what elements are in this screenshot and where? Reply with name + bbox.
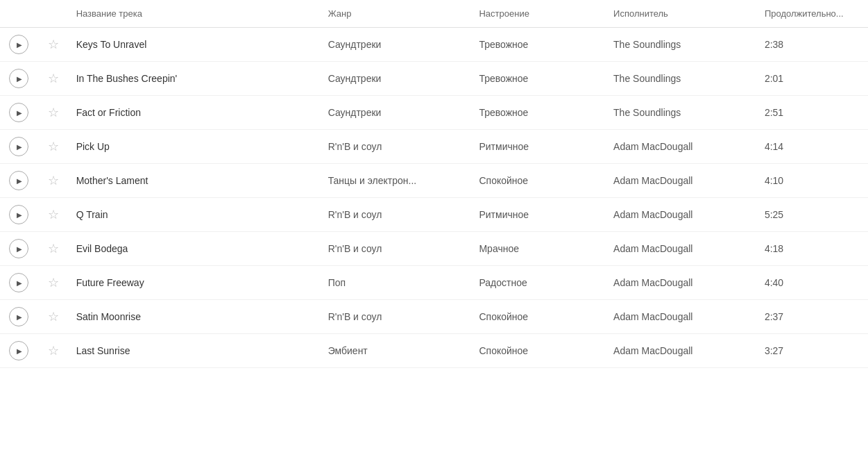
table-row: ▶ ☆ Fact or Friction Саундтреки Тревожно… xyxy=(0,96,868,130)
table-row: ▶ ☆ Last Sunrise Эмбиент Спокойное Adam … xyxy=(0,334,868,368)
play-button[interactable]: ▶ xyxy=(9,341,28,360)
play-button[interactable]: ▶ xyxy=(9,35,28,54)
track-artist-cell: Adam MacDougall xyxy=(608,266,759,300)
table-row: ▶ ☆ Q Train R'n'B и соул Ритмичное Adam … xyxy=(0,198,868,232)
track-artist-cell: Adam MacDougall xyxy=(608,130,759,164)
track-genre-cell: Поп xyxy=(323,266,474,300)
table-row: ▶ ☆ Keys To Unravel Саундтреки Тревожное… xyxy=(0,28,868,62)
star-cell: ☆ xyxy=(37,198,70,232)
track-title: Keys To Unravel xyxy=(76,39,147,50)
star-cell: ☆ xyxy=(37,28,70,62)
favorite-button[interactable]: ☆ xyxy=(45,172,62,189)
track-title-cell: In The Bushes Creepin' xyxy=(71,62,323,96)
track-genre-cell: Саундтреки xyxy=(323,96,474,130)
table-header-row: Название трека Жанр Настроение Исполните… xyxy=(0,0,868,28)
play-button[interactable]: ▶ xyxy=(9,307,28,326)
star-cell: ☆ xyxy=(37,266,70,300)
track-artist-cell: Adam MacDougall xyxy=(608,334,759,368)
star-cell: ☆ xyxy=(37,62,70,96)
star-cell: ☆ xyxy=(37,334,70,368)
track-title-cell: Q Train xyxy=(71,198,323,232)
track-title-cell: Pick Up xyxy=(71,130,323,164)
track-artist: Adam MacDougall xyxy=(613,209,692,220)
header-artist: Исполнитель xyxy=(608,0,759,28)
track-artist: Adam MacDougall xyxy=(613,345,692,356)
track-genre: Танцы и электрон... xyxy=(328,175,417,186)
play-button[interactable]: ▶ xyxy=(9,69,28,88)
track-genre: R'n'B и соул xyxy=(328,141,382,152)
track-artist-cell: Adam MacDougall xyxy=(608,198,759,232)
track-artist: Adam MacDougall xyxy=(613,175,692,186)
track-duration: 4:14 xyxy=(765,141,783,152)
track-duration-cell: 2:37 xyxy=(759,300,868,334)
table-row: ▶ ☆ Mother's Lament Танцы и электрон... … xyxy=(0,164,868,198)
track-mood-cell: Спокойное xyxy=(473,164,608,198)
favorite-button[interactable]: ☆ xyxy=(45,240,62,257)
track-mood: Спокойное xyxy=(479,175,528,186)
track-duration-cell: 4:14 xyxy=(759,130,868,164)
track-title: In The Bushes Creepin' xyxy=(76,73,178,84)
track-title: Mother's Lament xyxy=(76,175,148,186)
track-duration-cell: 4:10 xyxy=(759,164,868,198)
track-mood-cell: Тревожное xyxy=(473,28,608,62)
track-duration-cell: 2:51 xyxy=(759,96,868,130)
track-genre-cell: R'n'B и соул xyxy=(323,130,474,164)
star-cell: ☆ xyxy=(37,232,70,266)
track-artist: Adam MacDougall xyxy=(613,141,692,152)
track-title: Future Freeway xyxy=(76,277,144,288)
favorite-button[interactable]: ☆ xyxy=(45,138,62,155)
favorite-button[interactable]: ☆ xyxy=(45,342,62,359)
play-button[interactable]: ▶ xyxy=(9,239,28,258)
favorite-button[interactable]: ☆ xyxy=(45,274,62,291)
track-duration-cell: 4:40 xyxy=(759,266,868,300)
track-mood: Ритмичное xyxy=(479,141,529,152)
track-title: Q Train xyxy=(76,209,108,220)
favorite-button[interactable]: ☆ xyxy=(45,36,62,53)
track-genre-cell: Танцы и электрон... xyxy=(323,164,474,198)
track-duration-cell: 2:38 xyxy=(759,28,868,62)
track-duration: 2:37 xyxy=(765,311,783,322)
track-artist: Adam MacDougall xyxy=(613,311,692,322)
play-button[interactable]: ▶ xyxy=(9,273,28,292)
track-duration-cell: 5:25 xyxy=(759,198,868,232)
track-duration: 4:40 xyxy=(765,277,783,288)
play-button[interactable]: ▶ xyxy=(9,205,28,224)
track-genre: Эмбиент xyxy=(328,345,368,356)
track-genre: Поп xyxy=(328,277,346,288)
header-star xyxy=(37,0,70,28)
track-genre: Саундтреки xyxy=(328,39,382,50)
track-duration: 5:25 xyxy=(765,209,783,220)
track-genre-cell: R'n'B и соул xyxy=(323,232,474,266)
track-genre-cell: Саундтреки xyxy=(323,28,474,62)
play-button[interactable]: ▶ xyxy=(9,103,28,122)
table-row: ▶ ☆ In The Bushes Creepin' Саундтреки Тр… xyxy=(0,62,868,96)
track-title-cell: Keys To Unravel xyxy=(71,28,323,62)
track-title-cell: Future Freeway xyxy=(71,266,323,300)
table-row: ▶ ☆ Future Freeway Поп Радостное Adam Ma… xyxy=(0,266,868,300)
favorite-button[interactable]: ☆ xyxy=(45,308,62,325)
track-mood: Спокойное xyxy=(479,345,528,356)
header-play xyxy=(0,0,37,28)
play-button[interactable]: ▶ xyxy=(9,171,28,190)
track-mood: Ритмичное xyxy=(479,209,529,220)
play-cell: ▶ xyxy=(0,28,37,62)
track-duration-cell: 2:01 xyxy=(759,62,868,96)
track-duration: 2:51 xyxy=(765,107,783,118)
header-mood: Настроение xyxy=(473,0,608,28)
track-genre-cell: Саундтреки xyxy=(323,62,474,96)
tracks-table: Название трека Жанр Настроение Исполните… xyxy=(0,0,868,368)
favorite-button[interactable]: ☆ xyxy=(45,104,62,121)
track-genre: R'n'B и соул xyxy=(328,311,382,322)
track-mood-cell: Мрачное xyxy=(473,232,608,266)
track-genre-cell: Эмбиент xyxy=(323,334,474,368)
track-duration: 2:01 xyxy=(765,73,783,84)
track-artist-cell: Adam MacDougall xyxy=(608,300,759,334)
favorite-button[interactable]: ☆ xyxy=(45,206,62,223)
star-cell: ☆ xyxy=(37,164,70,198)
play-cell: ▶ xyxy=(0,130,37,164)
track-mood-cell: Ритмичное xyxy=(473,198,608,232)
favorite-button[interactable]: ☆ xyxy=(45,70,62,87)
play-cell: ▶ xyxy=(0,334,37,368)
track-duration-cell: 4:18 xyxy=(759,232,868,266)
play-button[interactable]: ▶ xyxy=(9,137,28,156)
